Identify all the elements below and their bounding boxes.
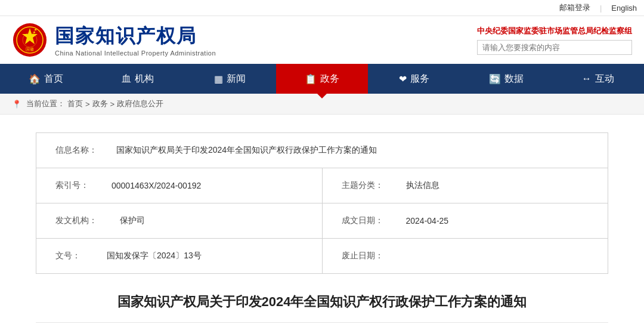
main-nav: 🏠 首页 血 机构 ▦ 新闻 📋 政务 ❤ 服务 🔄 数据 ↔ 互动 <box>0 64 644 94</box>
info-issuer-label: 发文机构： <box>46 209 107 232</box>
search-box[interactable] <box>477 40 632 55</box>
svg-text:国徽: 国徽 <box>26 47 34 52</box>
service-icon: ❤ <box>399 73 407 85</box>
english-link[interactable]: English <box>611 4 637 13</box>
content-area: 信息名称： 国家知识产权局关于印发2024年全国知识产权行政保护工作方案的通知 … <box>0 115 644 324</box>
info-expire-cell: 废止日期： <box>322 239 608 273</box>
info-issuer-row: 发文机构： 保护司 成文日期： 2024-04-25 <box>36 203 608 239</box>
top-bar: 邮箱登录 | English <box>0 0 644 16</box>
info-topic-value: 执法信息 <box>397 174 599 197</box>
search-input[interactable] <box>482 43 627 52</box>
home-icon: 🏠 <box>29 73 41 85</box>
header-right: 中央纪委国家监委驻市场监管总局纪检监察组 <box>477 26 632 55</box>
info-doc-value: 国知发保字〔2024〕13号 <box>97 245 312 267</box>
info-expire-label: 废止日期： <box>332 245 393 267</box>
location-icon: 📍 <box>12 100 21 109</box>
info-doc-label: 文号： <box>46 245 94 267</box>
logo-area: 国徽 国家知识产权局 China National Intellectual P… <box>12 22 477 58</box>
nav-label-data: 数据 <box>504 73 524 85</box>
nav-item-interact[interactable]: ↔ 互动 <box>552 64 644 94</box>
nav-item-gov[interactable]: 📋 政务 <box>276 64 368 94</box>
info-index-value: 00001463X/2024-00192 <box>102 175 312 196</box>
news-icon: ▦ <box>214 73 223 85</box>
data-icon: 🔄 <box>489 73 501 85</box>
breadcrumb-sep1: > <box>85 100 90 109</box>
header: 国徽 国家知识产权局 China National Intellectual P… <box>0 16 644 64</box>
info-index-row: 索引号： 00001463X/2024-00192 主题分类： 执法信息 <box>36 168 608 203</box>
breadcrumb-home[interactable]: 首页 <box>67 98 83 109</box>
top-bar-right: 邮箱登录 | English <box>559 2 637 13</box>
info-doc-cell: 文号： 国知发保字〔2024〕13号 <box>36 239 322 273</box>
info-date-value: 2024-04-25 <box>397 210 599 232</box>
nav-label-gov: 政务 <box>320 73 339 85</box>
breadcrumb-prefix: 当前位置： <box>26 98 65 109</box>
info-doc-row: 文号： 国知发保字〔2024〕13号 废止日期： <box>36 239 608 273</box>
login-link[interactable]: 邮箱登录 <box>559 2 590 13</box>
interact-icon: ↔ <box>582 73 592 84</box>
nav-item-service[interactable]: ❤ 服务 <box>368 64 460 94</box>
nav-label-service: 服务 <box>410 73 429 85</box>
logo-cn: 国家知识产权局 <box>55 23 216 50</box>
info-name-value: 国家知识产权局关于印发2024年全国知识产权行政保护工作方案的通知 <box>107 139 598 162</box>
breadcrumb-sep2: > <box>110 100 115 109</box>
logo-text: 国家知识产权局 China National Intellectual Prop… <box>55 23 216 57</box>
breadcrumb-current: 政府信息公开 <box>117 98 163 109</box>
logo-emblem: 国徽 <box>12 22 48 58</box>
nav-item-home[interactable]: 🏠 首页 <box>0 64 92 94</box>
nav-label-org: 机构 <box>135 73 154 85</box>
red-notice[interactable]: 中央纪委国家监委驻市场监管总局纪检监察组 <box>477 26 632 36</box>
info-index-cell: 索引号： 00001463X/2024-00192 <box>36 168 322 203</box>
article-title: 国家知识产权局关于印发2024年全国知识产权行政保护工作方案的通知 <box>36 292 608 311</box>
nav-item-org[interactable]: 血 机构 <box>92 64 184 94</box>
info-name-row: 信息名称： 国家知识产权局关于印发2024年全国知识产权行政保护工作方案的通知 <box>36 133 608 168</box>
info-name-label: 信息名称： <box>46 139 107 162</box>
org-icon: 血 <box>122 73 131 85</box>
info-issuer-value: 保护司 <box>110 209 312 232</box>
logo-en: China National Intellectual Property Adm… <box>55 50 216 57</box>
nav-item-news[interactable]: ▦ 新闻 <box>184 64 276 94</box>
top-bar-divider: | <box>600 4 602 13</box>
info-issuer-cell: 发文机构： 保护司 <box>36 203 322 238</box>
gov-icon: 📋 <box>305 73 317 85</box>
nav-label-interact: 互动 <box>595 73 614 85</box>
info-expire-value <box>397 250 599 262</box>
nav-item-data[interactable]: 🔄 数据 <box>460 64 552 94</box>
breadcrumb-gov[interactable]: 政务 <box>92 98 108 109</box>
info-table: 信息名称： 国家知识产权局关于印发2024年全国知识产权行政保护工作方案的通知 … <box>36 132 608 274</box>
info-date-label: 成文日期： <box>332 209 393 232</box>
nav-label-home: 首页 <box>44 73 63 85</box>
info-topic-cell: 主题分类： 执法信息 <box>322 168 608 203</box>
info-date-cell: 成文日期： 2024-04-25 <box>322 203 608 238</box>
nav-label-news: 新闻 <box>227 73 246 85</box>
info-index-label: 索引号： <box>46 174 98 197</box>
info-topic-label: 主题分类： <box>332 174 393 197</box>
